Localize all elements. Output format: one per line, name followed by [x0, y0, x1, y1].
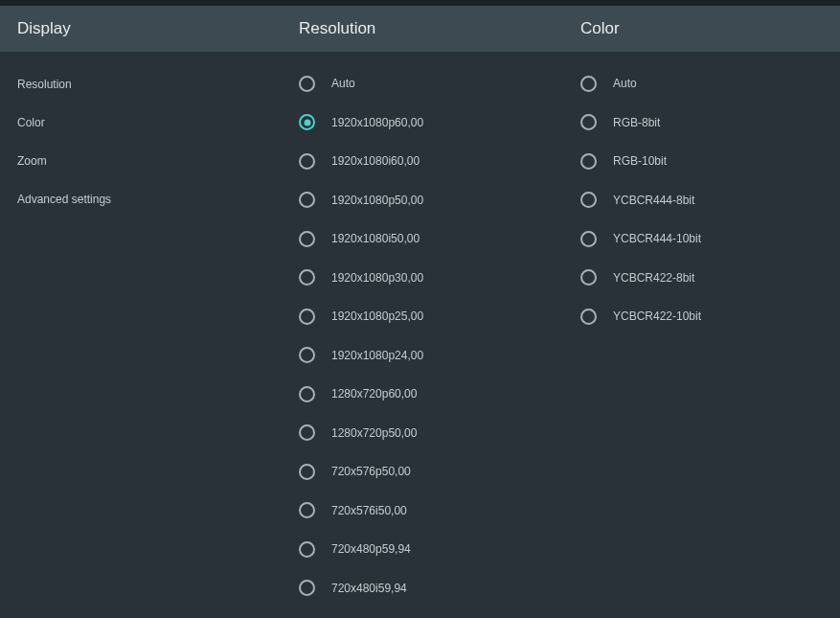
content-row: ResolutionColorZoomAdvanced settings Aut…	[0, 52, 840, 607]
radio-icon	[299, 76, 315, 92]
radio-label: 1920x1080p30,00	[331, 271, 423, 285]
radio-icon	[299, 502, 315, 518]
color-option[interactable]: RGB-8bit	[563, 103, 840, 143]
radio-icon	[299, 309, 315, 325]
radio-icon	[299, 231, 315, 247]
radio-label: 1280x720p50,00	[331, 426, 417, 440]
display-header: Display	[17, 19, 71, 37]
radio-icon	[299, 424, 315, 441]
resolution-option[interactable]: 720x480p59,94	[282, 530, 563, 569]
radio-label: 720x480p59,94	[331, 542, 411, 556]
radio-label: YCBCR444-8bit	[613, 194, 694, 207]
radio-label: 720x480i59,94	[331, 582, 407, 595]
radio-label: Auto	[331, 77, 355, 90]
radio-icon	[299, 541, 315, 558]
color-option[interactable]: YCBCR444-10bit	[563, 219, 840, 259]
display-menu-item[interactable]: Resolution	[0, 65, 282, 103]
color-option[interactable]: YCBCR422-8bit	[563, 259, 840, 298]
radio-label: 720x576i50,00	[331, 504, 407, 517]
radio-icon	[299, 347, 315, 363]
display-menu-item[interactable]: Advanced settings	[0, 180, 282, 218]
color-list: AutoRGB-8bitRGB-10bitYCBCR444-8bitYCBCR4…	[563, 52, 840, 607]
resolution-option[interactable]: 1920x1080i60,00	[282, 142, 563, 181]
menu-item-label: Resolution	[17, 78, 72, 91]
radio-icon	[299, 192, 315, 208]
radio-label: 1920x1080i50,00	[331, 232, 420, 245]
resolution-option[interactable]: 1920x1080p60,00	[282, 103, 563, 143]
display-menu-item[interactable]: Color	[0, 103, 282, 142]
radio-icon	[580, 153, 597, 170]
color-option[interactable]: Auto	[563, 64, 840, 103]
radio-icon	[580, 309, 597, 325]
radio-icon	[580, 269, 597, 286]
radio-icon	[580, 76, 597, 92]
resolution-option[interactable]: 1920x1080p50,00	[282, 181, 563, 220]
radio-label: 1280x720p60,00	[331, 387, 417, 401]
resolution-option[interactable]: 720x576p50,00	[282, 452, 563, 492]
display-menu: ResolutionColorZoomAdvanced settings	[0, 52, 282, 607]
radio-label: 1920x1080p50,00	[331, 194, 423, 207]
color-header: Color	[580, 19, 620, 37]
menu-item-label: Advanced settings	[17, 193, 111, 206]
display-menu-item[interactable]: Zoom	[0, 142, 282, 180]
radio-label: 1920x1080p24,00	[331, 349, 423, 362]
resolution-option[interactable]: 1920x1080p30,00	[282, 259, 563, 298]
resolution-option[interactable]: 720x480i59,94	[282, 569, 563, 608]
radio-icon	[299, 580, 315, 596]
radio-label: RGB-10bit	[613, 154, 667, 168]
radio-label: 1920x1080i60,00	[331, 154, 420, 168]
menu-item-label: Zoom	[17, 154, 47, 168]
resolution-option[interactable]: 720x576i50,00	[282, 492, 563, 531]
resolution-option[interactable]: 1280x720p60,00	[282, 375, 563, 414]
color-option[interactable]: YCBCR422-10bit	[563, 297, 840, 336]
radio-icon	[299, 386, 315, 402]
radio-label: 1920x1080p60,00	[331, 116, 423, 129]
radio-icon	[580, 114, 597, 130]
resolution-list: Auto1920x1080p60,001920x1080i60,001920x1…	[282, 52, 563, 607]
resolution-header: Resolution	[299, 19, 375, 37]
radio-icon	[580, 231, 597, 247]
radio-icon	[580, 192, 597, 208]
radio-icon	[299, 269, 315, 286]
radio-icon	[299, 114, 315, 130]
header-row: Display Resolution Color	[0, 6, 840, 52]
resolution-option[interactable]: 1920x1080i50,00	[282, 219, 563, 259]
radio-label: YCBCR422-10bit	[613, 309, 701, 323]
radio-label: YCBCR444-10bit	[613, 232, 701, 245]
color-option[interactable]: YCBCR444-8bit	[563, 181, 840, 220]
resolution-option[interactable]: Auto	[282, 64, 563, 103]
resolution-option[interactable]: 1920x1080p25,00	[282, 297, 563, 336]
radio-icon	[299, 464, 315, 480]
radio-label: 1920x1080p25,00	[331, 309, 423, 323]
radio-label: Auto	[613, 77, 637, 90]
radio-icon	[299, 153, 315, 170]
radio-label: RGB-8bit	[613, 116, 660, 129]
resolution-option[interactable]: 1280x720p50,00	[282, 414, 563, 453]
radio-label: YCBCR422-8bit	[613, 271, 694, 285]
menu-item-label: Color	[17, 116, 45, 129]
radio-label: 720x576p50,00	[331, 465, 411, 478]
color-option[interactable]: RGB-10bit	[563, 142, 840, 181]
resolution-option[interactable]: 1920x1080p24,00	[282, 336, 563, 376]
